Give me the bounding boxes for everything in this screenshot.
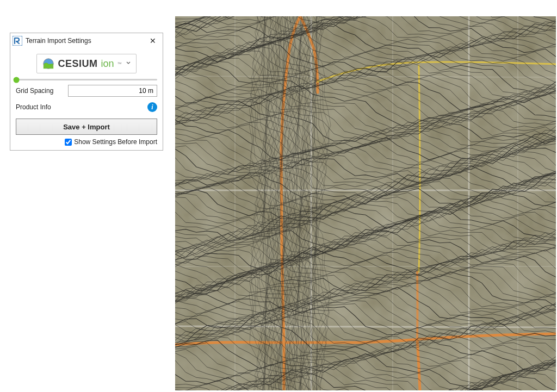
quality-slider[interactable] (16, 79, 157, 80)
grid-spacing-row: Grid Spacing (10, 82, 163, 100)
grid-spacing-label: Grid Spacing (16, 87, 64, 95)
provider-brand: CESIUM (58, 58, 97, 70)
cesium-globe-icon (42, 58, 54, 70)
revit-app-icon (13, 36, 22, 46)
grid-spacing-input[interactable] (68, 85, 157, 97)
terrain-map (175, 16, 556, 390)
show-settings-label[interactable]: Show Settings Before Import (74, 138, 157, 146)
close-button[interactable]: ✕ (146, 34, 159, 47)
provider-selector-row: CESIUM ion ™ (10, 49, 163, 76)
info-icon[interactable]: i (147, 102, 157, 112)
provider-sub: ion (101, 58, 114, 70)
save-import-button[interactable]: Save + Import (16, 119, 157, 135)
terrain-import-dialog: Terrain Import Settings ✕ CESIUM ion ™ G… (10, 33, 163, 151)
trademark: ™ (117, 61, 122, 66)
dialog-titlebar: Terrain Import Settings ✕ (10, 33, 163, 49)
provider-selector[interactable]: CESIUM ion ™ (36, 54, 136, 73)
terrain-map-viewport[interactable] (175, 16, 556, 390)
product-info-row: Product Info i (10, 100, 163, 116)
product-info-label: Product Info (16, 103, 147, 111)
dialog-title: Terrain Import Settings (26, 37, 146, 45)
show-settings-row: Show Settings Before Import (10, 138, 163, 146)
quality-slider-row (10, 76, 163, 82)
show-settings-checkbox[interactable] (65, 139, 72, 146)
slider-thumb[interactable] (14, 77, 20, 83)
chevron-down-icon (126, 61, 131, 66)
